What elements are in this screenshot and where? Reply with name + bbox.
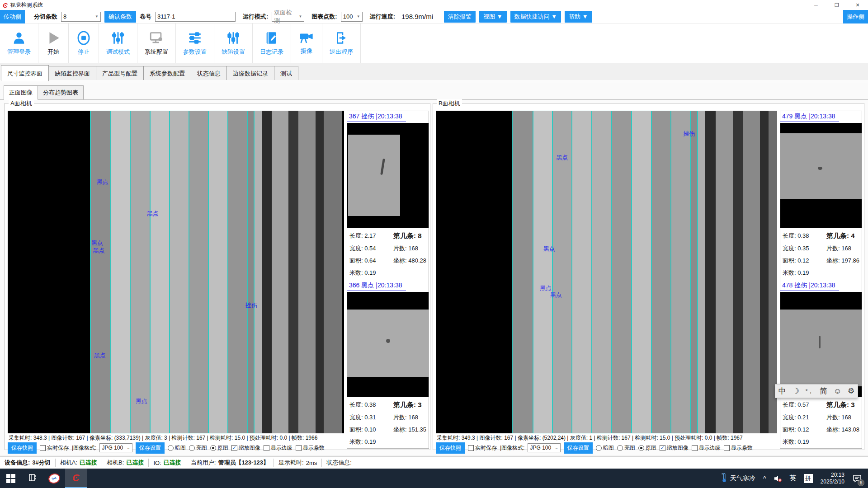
save-settings-button[interactable]: 保存设置 xyxy=(136,442,165,454)
camera-strip xyxy=(533,111,552,433)
system-config-button[interactable]: 系统配置 xyxy=(137,23,176,63)
log-record-button[interactable]: 日志记录 xyxy=(253,23,291,63)
admin-login-button[interactable]: 管理登录 xyxy=(0,23,38,63)
sub-tab[interactable]: 分布趋势图表 xyxy=(38,85,84,99)
moon-icon[interactable]: ☽ xyxy=(792,387,799,395)
maximize-button[interactable]: ❐ xyxy=(826,0,847,10)
image-format-select[interactable]: JPG 100⌄ xyxy=(528,443,560,452)
camera-strip xyxy=(316,111,324,433)
main-tab[interactable]: 状态信息 xyxy=(191,66,227,81)
main-tab[interactable]: 系统参数配置 xyxy=(143,66,191,81)
original-image-radio[interactable]: 原图 xyxy=(210,444,228,452)
defect-settings-button[interactable]: 缺陷设置 xyxy=(214,23,253,63)
bright-image-radio[interactable]: 亮图 xyxy=(617,444,635,452)
roll-number-input[interactable] xyxy=(155,12,236,22)
close-button[interactable]: ✕ xyxy=(847,0,868,10)
task-view-button[interactable] xyxy=(22,469,43,488)
camera-a-controls: 保存快照 实时保存 |图像格式: JPG 100⌄ 保存设置 暗图 亮图 原图 … xyxy=(8,442,325,453)
camera-strip xyxy=(670,111,690,433)
original-image-radio[interactable]: 原图 xyxy=(638,444,656,452)
start-button[interactable] xyxy=(0,469,22,488)
show-edges-checkbox[interactable]: 显示边缘 xyxy=(692,444,721,452)
inspection-app-button[interactable]: Ͼ xyxy=(65,469,87,488)
punctuation-toggle[interactable]: °， xyxy=(805,388,813,394)
camera-b-image[interactable]: 挫伤黑点黑点黑点黑点 xyxy=(436,111,777,433)
sliders-horizontal-icon xyxy=(187,30,203,46)
main-tab[interactable]: 产品型号配置 xyxy=(96,66,144,81)
bright-image-radio[interactable]: 亮图 xyxy=(189,444,207,452)
defect-mark-label: 挫伤 xyxy=(245,301,257,310)
sub-tab[interactable]: 正面图像 xyxy=(4,85,38,100)
dark-image-radio[interactable]: 暗图 xyxy=(168,444,186,452)
minimize-button[interactable]: ─ xyxy=(806,0,826,10)
video-capture-button[interactable]: 摄像 xyxy=(291,23,322,63)
show-strip-count-checkbox[interactable]: 显示条数 xyxy=(296,444,325,452)
camera-strip xyxy=(760,111,769,433)
title-bar: Ͼ 视觉检测系统 ─ ❐ ✕ xyxy=(0,0,868,10)
defect-card-header: 478挫伤|20:13:38 xyxy=(780,280,839,291)
windows-logo-icon xyxy=(6,474,15,483)
start-button[interactable]: 开始 xyxy=(38,23,69,63)
defect-card[interactable]: 478挫伤|20:13:38 长度: 0.57 第几条: 3 宽度: 0.21 … xyxy=(780,280,862,448)
simplified-toggle[interactable]: 简 xyxy=(820,387,827,395)
data-quick-access-button[interactable]: 数据快捷访问 ▼ xyxy=(510,11,561,23)
dark-image-radio[interactable]: 暗图 xyxy=(596,444,614,452)
view-menu-button[interactable]: 视图 ▼ xyxy=(479,11,506,23)
chart-points-select[interactable]: 100 ▼ xyxy=(341,12,363,22)
param-settings-button[interactable]: 参数设置 xyxy=(176,23,214,63)
save-snapshot-button[interactable]: 保存快照 xyxy=(8,442,37,454)
main-tab[interactable]: 缺陷监控界面 xyxy=(48,66,96,81)
defect-card[interactable]: 367挫伤|20:13:38 长度: 2.17 第几条: 8 宽度: 0.54 … xyxy=(347,111,429,279)
save-settings-button[interactable]: 保存设置 xyxy=(564,442,593,454)
main-tab[interactable]: 边缘数据记录 xyxy=(226,66,274,81)
exit-program-button[interactable]: 退出程序 xyxy=(322,23,361,63)
operator-side-button[interactable]: 操作侧 xyxy=(843,10,868,23)
windows-taskbar: ✂ Ͼ 天气寒冷 ^ 英 拼 20:13 2025/2/10 6 xyxy=(0,469,868,488)
defect-card[interactable]: 479黑点|20:13:38 长度: 0.38 第几条: 4 宽度: 0.35 … xyxy=(780,111,862,279)
volume-muted-icon[interactable] xyxy=(770,469,786,488)
defect-snapshot xyxy=(347,292,429,397)
defect-stats: 长度: 0.38 第几条: 3 宽度: 0.31 片数: 168 面积: 0.1… xyxy=(347,397,429,446)
camera-strip xyxy=(262,111,272,433)
run-mode-label: 运行模式: xyxy=(243,13,268,21)
weather-tray-item[interactable]: 天气寒冷 xyxy=(717,473,759,484)
help-menu-button[interactable]: 帮助 ▼ xyxy=(565,11,592,23)
roll-number-label: 卷号 xyxy=(140,13,151,21)
zoom-image-checkbox[interactable]: ✓缩放图像 xyxy=(231,444,260,452)
defect-mark-label: 黑点 xyxy=(556,154,568,162)
ime-indicator[interactable]: 拼 xyxy=(801,469,816,488)
hidden-icons-chevron[interactable]: ^ xyxy=(760,469,769,488)
image-format-label: |图像格式: xyxy=(500,444,524,452)
camera-b-title: B面相机 xyxy=(437,99,462,108)
main-tab[interactable]: 尺寸监控界面 xyxy=(1,65,49,81)
clock[interactable]: 20:13 2025/2/10 xyxy=(817,472,848,485)
ime-mode-chinese[interactable]: 中 xyxy=(778,387,786,395)
gear-icon[interactable]: ⚙ xyxy=(848,387,854,395)
clear-alarm-button[interactable]: 清除报警 xyxy=(444,11,476,23)
realtime-save-checkbox[interactable]: 实时保存 xyxy=(40,444,69,452)
camera-a-image[interactable]: 黑点黑点黑点黑点挫伤黑点黑点 xyxy=(8,111,344,433)
zoom-image-checkbox[interactable]: ✓缩放图像 xyxy=(660,444,689,452)
stop-button[interactable]: 停止 xyxy=(69,23,99,63)
show-edges-checkbox[interactable]: 显示边缘 xyxy=(264,444,292,452)
confirm-count-button[interactable]: 确认条数 xyxy=(104,11,136,23)
debug-mode-button[interactable]: 调试模式 xyxy=(99,23,137,63)
camera-black-margin xyxy=(436,111,512,433)
save-snapshot-button[interactable]: 保存快照 xyxy=(436,442,465,454)
show-strip-count-checkbox[interactable]: 显示条数 xyxy=(724,444,753,452)
camera-strip xyxy=(298,111,315,433)
camera-strip xyxy=(110,111,130,433)
slit-count-select[interactable]: 8 ▼ xyxy=(61,12,101,22)
image-format-select[interactable]: JPG 100⌄ xyxy=(99,443,132,452)
run-speed-value: 198.9m/mi xyxy=(399,12,436,22)
language-indicator[interactable]: 英 xyxy=(787,469,800,488)
run-mode-select[interactable]: 双面检测 ▼ xyxy=(272,12,304,22)
defect-card[interactable]: 366黑点|20:13:38 长度: 0.38 第几条: 3 宽度: 0.31 … xyxy=(347,280,429,448)
defect-mark-label: 黑点 xyxy=(147,210,159,218)
emoji-icon[interactable]: ☺ xyxy=(834,387,841,395)
notification-center-button[interactable]: 6 xyxy=(849,469,865,488)
realtime-save-checkbox[interactable]: 实时保存 xyxy=(468,444,497,452)
screenshot-app-button[interactable]: ✂ xyxy=(43,469,65,488)
main-tab[interactable]: 测试 xyxy=(274,66,298,81)
drive-side-button[interactable]: 传动侧 xyxy=(0,10,25,23)
